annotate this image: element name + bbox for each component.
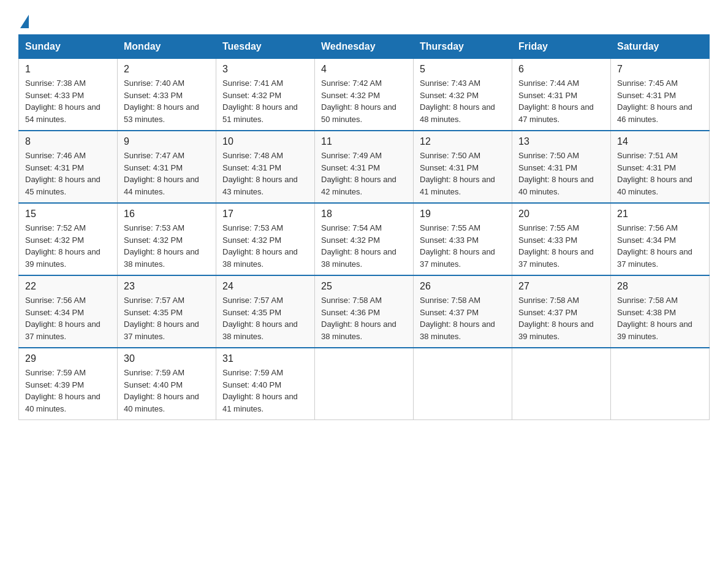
- day-number: 26: [420, 281, 506, 292]
- day-info: Sunrise: 7:57 AMSunset: 4:35 PMDaylight:…: [222, 294, 308, 342]
- calendar-cell: 24Sunrise: 7:57 AMSunset: 4:35 PMDayligh…: [216, 275, 315, 348]
- header-sunday: Sunday: [19, 35, 118, 59]
- header-tuesday: Tuesday: [216, 35, 315, 59]
- day-info: Sunrise: 7:57 AMSunset: 4:35 PMDaylight:…: [124, 294, 210, 342]
- day-info: Sunrise: 7:59 AMSunset: 4:40 PMDaylight:…: [222, 367, 308, 415]
- calendar-cell: 21Sunrise: 7:56 AMSunset: 4:34 PMDayligh…: [611, 203, 710, 275]
- calendar-week-row: 8Sunrise: 7:46 AMSunset: 4:31 PMDaylight…: [19, 131, 710, 203]
- day-number: 19: [420, 209, 506, 220]
- header-wednesday: Wednesday: [315, 35, 414, 59]
- calendar-cell: 27Sunrise: 7:58 AMSunset: 4:37 PMDayligh…: [512, 275, 611, 348]
- calendar-cell: 3Sunrise: 7:41 AMSunset: 4:32 PMDaylight…: [216, 59, 315, 131]
- calendar-cell: 7Sunrise: 7:45 AMSunset: 4:31 PMDaylight…: [611, 59, 710, 131]
- day-number: 30: [124, 353, 210, 364]
- calendar-cell: 13Sunrise: 7:50 AMSunset: 4:31 PMDayligh…: [512, 131, 611, 203]
- day-info: Sunrise: 7:51 AMSunset: 4:31 PMDaylight:…: [617, 150, 703, 197]
- day-number: 21: [617, 209, 703, 220]
- calendar-cell: [315, 348, 414, 420]
- day-number: 29: [25, 353, 111, 364]
- day-number: 10: [222, 136, 308, 147]
- header-monday: Monday: [118, 35, 216, 59]
- calendar-cell: 6Sunrise: 7:44 AMSunset: 4:31 PMDaylight…: [512, 59, 611, 131]
- day-number: 8: [25, 136, 111, 147]
- day-info: Sunrise: 7:38 AMSunset: 4:33 PMDaylight:…: [25, 77, 111, 125]
- calendar-cell: 30Sunrise: 7:59 AMSunset: 4:40 PMDayligh…: [118, 348, 216, 420]
- day-number: 9: [124, 136, 210, 147]
- day-number: 11: [321, 136, 407, 147]
- day-info: Sunrise: 7:47 AMSunset: 4:31 PMDaylight:…: [124, 150, 210, 197]
- calendar-cell: 19Sunrise: 7:55 AMSunset: 4:33 PMDayligh…: [414, 203, 512, 275]
- calendar-cell: 16Sunrise: 7:53 AMSunset: 4:32 PMDayligh…: [118, 203, 216, 275]
- day-info: Sunrise: 7:58 AMSunset: 4:36 PMDaylight:…: [321, 294, 407, 342]
- calendar-cell: 18Sunrise: 7:54 AMSunset: 4:32 PMDayligh…: [315, 203, 414, 275]
- calendar-cell: 1Sunrise: 7:38 AMSunset: 4:33 PMDaylight…: [19, 59, 118, 131]
- day-info: Sunrise: 7:53 AMSunset: 4:32 PMDaylight:…: [124, 222, 210, 270]
- calendar-cell: 25Sunrise: 7:58 AMSunset: 4:36 PMDayligh…: [315, 275, 414, 348]
- day-number: 27: [518, 281, 604, 292]
- day-number: 22: [25, 281, 111, 292]
- day-number: 14: [617, 136, 703, 147]
- day-info: Sunrise: 7:45 AMSunset: 4:31 PMDaylight:…: [617, 77, 703, 125]
- calendar-cell: [414, 348, 512, 420]
- day-number: 16: [124, 209, 210, 220]
- day-number: 7: [617, 64, 703, 75]
- day-info: Sunrise: 7:41 AMSunset: 4:32 PMDaylight:…: [222, 77, 308, 125]
- day-info: Sunrise: 7:53 AMSunset: 4:32 PMDaylight:…: [222, 222, 308, 270]
- calendar-cell: 31Sunrise: 7:59 AMSunset: 4:40 PMDayligh…: [216, 348, 315, 420]
- day-info: Sunrise: 7:58 AMSunset: 4:38 PMDaylight:…: [617, 294, 703, 342]
- day-number: 31: [222, 353, 308, 364]
- day-number: 28: [617, 281, 703, 292]
- calendar-cell: 22Sunrise: 7:56 AMSunset: 4:34 PMDayligh…: [19, 275, 118, 348]
- day-info: Sunrise: 7:50 AMSunset: 4:31 PMDaylight:…: [420, 150, 506, 197]
- day-info: Sunrise: 7:59 AMSunset: 4:40 PMDaylight:…: [124, 367, 210, 415]
- day-info: Sunrise: 7:52 AMSunset: 4:32 PMDaylight:…: [25, 222, 111, 270]
- day-number: 20: [518, 209, 604, 220]
- day-number: 3: [222, 64, 308, 75]
- calendar-cell: 5Sunrise: 7:43 AMSunset: 4:32 PMDaylight…: [414, 59, 512, 131]
- day-info: Sunrise: 7:58 AMSunset: 4:37 PMDaylight:…: [420, 294, 506, 342]
- calendar-cell: 9Sunrise: 7:47 AMSunset: 4:31 PMDaylight…: [118, 131, 216, 203]
- day-number: 15: [25, 209, 111, 220]
- calendar-cell: 8Sunrise: 7:46 AMSunset: 4:31 PMDaylight…: [19, 131, 118, 203]
- day-info: Sunrise: 7:58 AMSunset: 4:37 PMDaylight:…: [518, 294, 604, 342]
- calendar-cell: 23Sunrise: 7:57 AMSunset: 4:35 PMDayligh…: [118, 275, 216, 348]
- day-info: Sunrise: 7:59 AMSunset: 4:39 PMDaylight:…: [25, 367, 111, 415]
- day-info: Sunrise: 7:40 AMSunset: 4:33 PMDaylight:…: [124, 77, 210, 125]
- day-number: 18: [321, 209, 407, 220]
- header: [18, 12, 710, 28]
- calendar-header-row: SundayMondayTuesdayWednesdayThursdayFrid…: [19, 35, 710, 59]
- calendar-cell: 29Sunrise: 7:59 AMSunset: 4:39 PMDayligh…: [19, 348, 118, 420]
- day-number: 24: [222, 281, 308, 292]
- calendar-week-row: 29Sunrise: 7:59 AMSunset: 4:39 PMDayligh…: [19, 348, 710, 420]
- calendar-cell: 26Sunrise: 7:58 AMSunset: 4:37 PMDayligh…: [414, 275, 512, 348]
- day-number: 6: [518, 64, 604, 75]
- day-number: 25: [321, 281, 407, 292]
- day-info: Sunrise: 7:43 AMSunset: 4:32 PMDaylight:…: [420, 77, 506, 125]
- calendar-cell: 28Sunrise: 7:58 AMSunset: 4:38 PMDayligh…: [611, 275, 710, 348]
- calendar-cell: 20Sunrise: 7:55 AMSunset: 4:33 PMDayligh…: [512, 203, 611, 275]
- calendar-cell: 17Sunrise: 7:53 AMSunset: 4:32 PMDayligh…: [216, 203, 315, 275]
- calendar-cell: 2Sunrise: 7:40 AMSunset: 4:33 PMDaylight…: [118, 59, 216, 131]
- day-number: 23: [124, 281, 210, 292]
- day-info: Sunrise: 7:56 AMSunset: 4:34 PMDaylight:…: [25, 294, 111, 342]
- header-friday: Friday: [512, 35, 611, 59]
- day-info: Sunrise: 7:44 AMSunset: 4:31 PMDaylight:…: [518, 77, 604, 125]
- day-number: 5: [420, 64, 506, 75]
- day-info: Sunrise: 7:50 AMSunset: 4:31 PMDaylight:…: [518, 150, 604, 197]
- header-thursday: Thursday: [414, 35, 512, 59]
- logo-triangle-icon: [20, 15, 29, 28]
- day-info: Sunrise: 7:46 AMSunset: 4:31 PMDaylight:…: [25, 150, 111, 197]
- calendar-cell: 15Sunrise: 7:52 AMSunset: 4:32 PMDayligh…: [19, 203, 118, 275]
- day-number: 17: [222, 209, 308, 220]
- day-number: 12: [420, 136, 506, 147]
- logo: [18, 12, 29, 28]
- calendar-cell: 10Sunrise: 7:48 AMSunset: 4:31 PMDayligh…: [216, 131, 315, 203]
- header-saturday: Saturday: [611, 35, 710, 59]
- day-info: Sunrise: 7:49 AMSunset: 4:31 PMDaylight:…: [321, 150, 407, 197]
- calendar-cell: [512, 348, 611, 420]
- calendar-cell: 11Sunrise: 7:49 AMSunset: 4:31 PMDayligh…: [315, 131, 414, 203]
- calendar-table: SundayMondayTuesdayWednesdayThursdayFrid…: [18, 34, 710, 420]
- day-info: Sunrise: 7:54 AMSunset: 4:32 PMDaylight:…: [321, 222, 407, 270]
- calendar-cell: 4Sunrise: 7:42 AMSunset: 4:32 PMDaylight…: [315, 59, 414, 131]
- day-info: Sunrise: 7:56 AMSunset: 4:34 PMDaylight:…: [617, 222, 703, 270]
